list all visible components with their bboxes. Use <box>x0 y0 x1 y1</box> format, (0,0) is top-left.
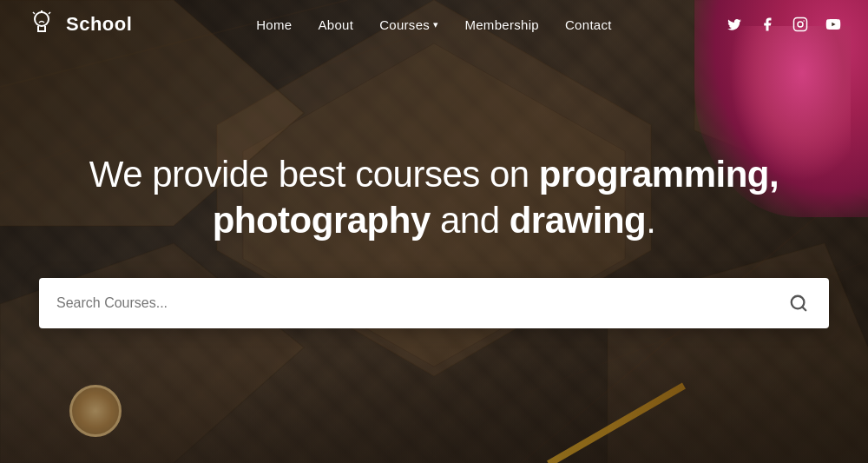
search-button[interactable] <box>786 290 812 316</box>
search-icon <box>789 294 808 313</box>
search-bar <box>39 278 829 328</box>
hero-section: We provide best courses on programming, … <box>0 17 868 463</box>
svg-line-20 <box>802 307 806 310</box>
hero-title: We provide best courses on programming, … <box>89 152 779 243</box>
svg-line-13 <box>33 12 35 14</box>
svg-line-14 <box>49 12 50 14</box>
search-input[interactable] <box>56 295 786 311</box>
